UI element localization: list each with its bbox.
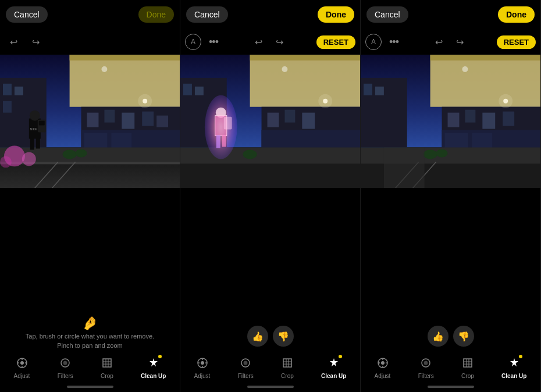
svg-rect-54: [250, 55, 360, 60]
crop-label-3: Crop: [461, 373, 474, 379]
svg-point-103: [499, 94, 512, 108]
nav-item-adjust-1[interactable]: Adjust: [14, 357, 30, 379]
undo-button-1[interactable]: ↩: [5, 33, 22, 51]
svg-rect-23: [30, 138, 34, 150]
cancel-button-3[interactable]: Cancel: [366, 6, 408, 23]
nav-item-crop-2[interactable]: Crop: [281, 357, 294, 379]
done-button-2[interactable]: Done: [318, 6, 354, 23]
nav-item-crop-1[interactable]: Crop: [101, 357, 113, 379]
nav-item-cleanup-3[interactable]: Clean Up: [501, 357, 526, 379]
nav-item-filters-3[interactable]: Filters: [418, 357, 434, 379]
bottom-area-2: 👍 👎 Adjust Filters Crop: [180, 314, 360, 392]
undo-button-3[interactable]: ↩: [430, 33, 448, 51]
svg-rect-60: [180, 162, 360, 188]
adjust-icon-1: [16, 357, 28, 372]
nav-item-adjust-2[interactable]: Adjust: [194, 357, 211, 379]
done-button-3[interactable]: Done: [498, 6, 535, 23]
top-bar-2: Cancel Done: [180, 0, 360, 29]
svg-rect-95: [482, 113, 495, 129]
svg-rect-66: [216, 136, 220, 148]
svg-point-117: [424, 361, 428, 365]
thumbs-down-button-3[interactable]: 👎: [453, 326, 474, 347]
more-button-2[interactable]: •••: [205, 33, 222, 51]
svg-point-30: [22, 152, 36, 166]
svg-rect-4: [3, 101, 12, 113]
tool-bar-left-1: ↩ ↪: [5, 33, 44, 51]
filters-label-3: Filters: [418, 373, 434, 379]
tool-bar-2: A ••• ↩ ↪ RESET: [180, 29, 360, 55]
cancel-button-1[interactable]: Cancel: [6, 6, 48, 23]
svg-rect-67: [222, 136, 226, 147]
nav-item-cleanup-1[interactable]: Clean Up: [141, 357, 166, 379]
svg-point-27: [138, 94, 152, 108]
svg-point-34: [63, 149, 77, 159]
hint-text-1: Tap, brush or circle what you want to re…: [26, 332, 154, 350]
svg-rect-22: [39, 121, 45, 126]
cleanup-icon-2: [328, 357, 340, 372]
cleanup-label-1: Clean Up: [141, 373, 166, 379]
cleanup-icon-3: [508, 357, 520, 372]
svg-rect-44: [103, 359, 111, 367]
nav-bar-3: Adjust Filters Crop Clean Up: [361, 354, 540, 382]
crop-icon-2: [282, 357, 293, 372]
thumbs-down-button-2[interactable]: 👎: [273, 326, 294, 347]
svg-rect-53: [250, 55, 360, 107]
nav-item-adjust-3[interactable]: Adjust: [375, 357, 391, 379]
svg-rect-118: [464, 359, 472, 367]
svg-point-104: [462, 66, 468, 72]
thumbs-up-button-3[interactable]: 👍: [428, 326, 449, 347]
svg-point-74: [201, 361, 204, 365]
svg-rect-16: [0, 162, 180, 188]
redo-button-1[interactable]: ↪: [27, 33, 44, 51]
redo-button-2[interactable]: ↪: [271, 33, 289, 51]
home-bar-1: [67, 386, 113, 388]
bottom-area-3: 👍 👎 Adjust Filters Crop: [361, 314, 540, 392]
filters-label-2: Filters: [238, 373, 254, 379]
svg-text:NIKE: NIKE: [30, 127, 37, 131]
svg-rect-58: [302, 113, 315, 129]
filters-icon-3: [420, 357, 432, 372]
filters-icon-2: [240, 357, 251, 372]
undo-button-2[interactable]: ↩: [250, 33, 268, 51]
nav-item-filters-2[interactable]: Filters: [238, 357, 254, 379]
svg-rect-93: [448, 113, 460, 127]
more-button-3[interactable]: •••: [385, 33, 403, 51]
panel-3: Cancel Done A ••• ↩ ↪ RESET: [361, 0, 541, 392]
svg-point-37: [20, 361, 24, 365]
nav-item-filters-1[interactable]: Filters: [58, 357, 73, 379]
reset-button-3[interactable]: RESET: [497, 35, 536, 49]
nav-bar-1: Adjust Filters Crop Clean Up: [0, 354, 180, 382]
panel-1: Cancel Done ↩ ↪: [0, 0, 180, 392]
reset-button-2[interactable]: RESET: [316, 35, 355, 49]
svg-rect-81: [283, 359, 291, 367]
svg-rect-6: [70, 55, 180, 60]
redo-button-3[interactable]: ↪: [451, 33, 469, 51]
svg-rect-68: [224, 117, 232, 130]
svg-rect-11: [142, 112, 154, 126]
home-bar-2: [247, 386, 294, 388]
nav-item-crop-3[interactable]: Crop: [461, 357, 474, 379]
svg-point-70: [318, 94, 332, 108]
cleanup-icon-1: [148, 357, 159, 372]
crop-label-1: Crop: [101, 373, 113, 379]
adjust-label-3: Adjust: [375, 373, 391, 379]
svg-point-31: [0, 156, 12, 168]
svg-point-105: [423, 149, 437, 159]
svg-rect-96: [503, 112, 514, 126]
cleanup-label-2: Clean Up: [321, 373, 346, 379]
auto-button-2[interactable]: A: [185, 34, 201, 50]
nav-item-cleanup-2[interactable]: Clean Up: [321, 357, 346, 379]
done-button-1[interactable]: Done: [138, 6, 174, 23]
image-area-2: [180, 55, 360, 314]
svg-point-71: [282, 66, 287, 72]
thumbs-up-button-2[interactable]: 👍: [247, 326, 268, 347]
svg-rect-52: [195, 87, 204, 95]
auto-button-3[interactable]: A: [365, 34, 382, 50]
cancel-button-2[interactable]: Cancel: [186, 6, 228, 23]
home-indicator-3: [361, 382, 540, 392]
nav-bar-2: Adjust Filters Crop Clean Up: [180, 354, 360, 382]
svg-rect-89: [375, 87, 384, 95]
top-bar-1: Cancel Done: [0, 0, 180, 29]
svg-rect-56: [268, 113, 279, 127]
gesture-icon-1: 🤌: [82, 316, 98, 331]
